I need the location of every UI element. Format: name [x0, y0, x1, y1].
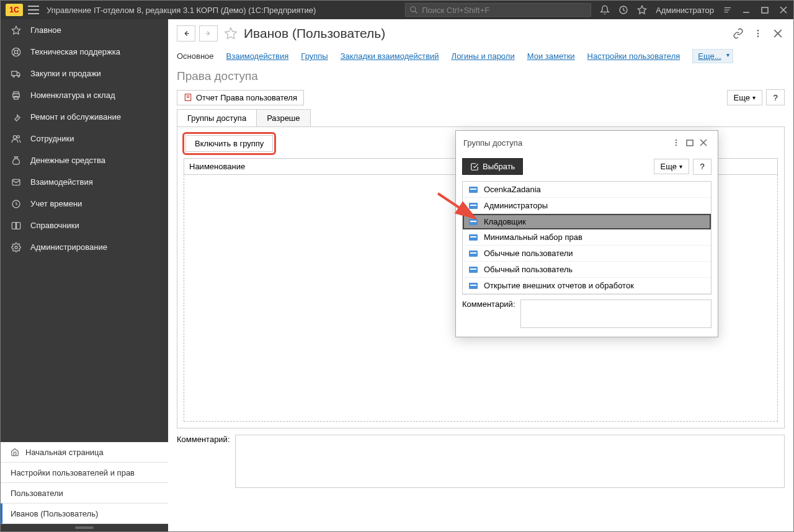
forward-button[interactable] — [199, 25, 218, 42]
tab-roles[interactable]: Разреше — [256, 109, 310, 126]
svg-point-24 — [17, 135, 19, 138]
group-row-6[interactable]: Открытие внешних отчетов и обработок — [463, 278, 711, 294]
nav-label: Техническая поддержка — [30, 47, 120, 56]
dialog-close-icon[interactable] — [697, 136, 710, 149]
svg-point-33 — [757, 35, 759, 37]
sidebar-item-9[interactable]: Справочники — [1, 215, 168, 236]
sidebar-item-8[interactable]: Учет времени — [1, 193, 168, 215]
highlight-annotation: Включить в группу — [182, 132, 276, 155]
nav-label: Справочники — [30, 221, 79, 230]
back-button[interactable] — [177, 25, 195, 42]
subnav-4[interactable]: Логины и пароли — [452, 51, 515, 61]
svg-line-15 — [17, 49, 19, 51]
group-row-2[interactable]: Кладовщик — [463, 214, 711, 229]
dialog-comment-textarea[interactable] — [520, 299, 712, 328]
nav-label: Учет времени — [30, 199, 82, 208]
bell-icon[interactable] — [600, 5, 610, 15]
search-icon — [409, 6, 418, 14]
svg-rect-17 — [12, 71, 17, 76]
close-page-icon[interactable] — [771, 27, 785, 40]
sidebar-item-3[interactable]: Номенклатура и склад — [1, 84, 168, 106]
sidebar-bottom-3[interactable]: Иванов (Пользователь) — [1, 503, 168, 524]
select-button[interactable]: Выбрать — [462, 158, 523, 175]
clock-icon — [11, 198, 22, 210]
sidebar-bottom-0[interactable]: Начальная страница — [1, 442, 168, 463]
group-row-0[interactable]: OcenkaZadania — [463, 182, 711, 198]
sidebar-item-6[interactable]: Денежные средства — [1, 149, 168, 171]
help-button[interactable]: ? — [766, 89, 785, 105]
group-icon — [469, 219, 478, 225]
envelope-icon — [11, 177, 22, 188]
close-icon[interactable] — [778, 5, 788, 15]
favorite-star-icon[interactable] — [224, 27, 238, 40]
select-icon — [470, 162, 479, 171]
subnav-1[interactable]: Взаимодействия — [226, 51, 289, 61]
link-icon[interactable] — [731, 27, 745, 40]
nav-label: Денежные средства — [30, 156, 105, 165]
dialog-maximize-icon[interactable] — [683, 136, 697, 149]
user-name[interactable]: Администратор — [656, 6, 714, 15]
dialog-help-button[interactable]: ? — [693, 159, 711, 175]
global-search[interactable]: Поиск Ctrl+Shift+F — [405, 3, 591, 17]
menu-icon[interactable] — [28, 6, 39, 14]
dialog-more-button[interactable]: Еще▾ — [654, 159, 689, 174]
star-icon — [11, 25, 22, 36]
star-icon[interactable] — [637, 5, 647, 15]
group-row-4[interactable]: Обычные пользователи — [463, 246, 711, 262]
report-button-label: Отчет Права пользователя — [196, 93, 297, 102]
group-row-1[interactable]: Администраторы — [463, 198, 711, 214]
sidebar-item-0[interactable]: Главное — [1, 19, 168, 41]
group-icon — [469, 187, 478, 193]
sidebar-item-1[interactable]: Техническая поддержка — [1, 41, 168, 63]
comment-textarea[interactable] — [235, 435, 785, 488]
history-icon[interactable] — [618, 5, 628, 15]
maximize-icon[interactable] — [760, 5, 770, 15]
content-area: Иванов (Пользователь) ОсновноеВзаимодейс… — [168, 19, 793, 531]
group-icon — [469, 203, 478, 209]
group-row-5[interactable]: Обычный пользователь — [463, 262, 711, 278]
sidebar-resize-grip[interactable] — [1, 524, 168, 531]
search-placeholder: Поиск Ctrl+Shift+F — [422, 6, 489, 15]
svg-point-40 — [676, 140, 677, 141]
dialog-kebab-icon[interactable] — [669, 136, 683, 149]
sidebar-item-10[interactable]: Администрирование — [1, 236, 168, 258]
sidebar-bottom-2[interactable]: Пользователи — [1, 483, 168, 503]
page-title: Иванов (Пользователь) — [244, 26, 385, 41]
app-title: Управление IT-отделом 8, редакция 3.1 КО… — [47, 6, 316, 15]
subnav-0[interactable]: Основное — [177, 51, 214, 61]
nav-label: Главное — [30, 25, 61, 35]
report-button[interactable]: Отчет Права пользователя — [177, 90, 304, 105]
sidebar-item-2[interactable]: Закупки и продажи — [1, 63, 168, 84]
subnav: ОсновноеВзаимодействияГруппыЗакладки вза… — [168, 48, 793, 69]
subnav-6[interactable]: Настройки пользователя — [587, 51, 680, 61]
subnav-more[interactable]: Еще... — [692, 49, 733, 63]
subnav-5[interactable]: Мои заметки — [527, 51, 575, 61]
nav-label: Взаимодействия — [30, 177, 93, 187]
settings-lines-icon[interactable] — [723, 5, 733, 15]
dialog-comment-label: Комментарий: — [462, 299, 515, 309]
svg-rect-43 — [687, 140, 693, 146]
titlebar: 1C Управление IT-отделом 8, редакция 3.1… — [1, 1, 793, 19]
moneybag-icon — [11, 155, 22, 166]
lifebuoy-icon — [11, 47, 22, 58]
nav-label: Закупки и продажи — [30, 69, 101, 78]
wrench-icon — [11, 112, 22, 123]
subnav-2[interactable]: Группы — [301, 51, 328, 61]
include-in-group-button[interactable]: Включить в группу — [185, 135, 273, 152]
more-button[interactable]: Еще▾ — [727, 90, 762, 105]
sidebar-bottom-1[interactable]: Настройки пользователей и прав — [1, 463, 168, 483]
svg-point-0 — [411, 7, 416, 12]
nav-label: Сотрудники — [30, 134, 74, 143]
sidebar-item-7[interactable]: Взаимодействия — [1, 171, 168, 193]
sidebar-item-4[interactable]: Ремонт и обслуживание — [1, 106, 168, 128]
svg-marker-2 — [638, 6, 646, 14]
dialog-list[interactable]: OcenkaZadaniaАдминистраторыКладовщикМини… — [462, 181, 711, 295]
sidebar-item-5[interactable]: Сотрудники — [1, 128, 168, 149]
subnav-3[interactable]: Закладки взаимодействий — [341, 51, 439, 61]
group-row-3[interactable]: Минимальный набор прав — [463, 229, 711, 246]
kebab-menu-icon[interactable] — [751, 27, 765, 40]
group-icon — [469, 267, 478, 273]
svg-line-1 — [415, 11, 417, 14]
tab-groups[interactable]: Группы доступа — [177, 109, 257, 126]
minimize-icon[interactable] — [741, 5, 751, 15]
